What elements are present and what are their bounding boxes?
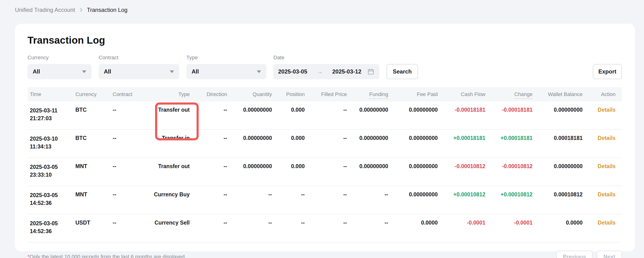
cell-change: -0.0001 [492,214,539,242]
cell-funding: -- [353,214,394,242]
cell-quantity: 0.00000000 [234,130,278,158]
cell-position: 0.000 [278,102,311,130]
col-header-change[interactable]: Change [492,87,539,102]
currency-filter: Currency All [28,54,92,79]
cell-time: 2025-03-1121:27:03 [28,102,73,130]
cell-contract: -- [110,158,154,186]
col-header-wallet-balance: Wallet Balance [539,87,589,102]
chevron-down-icon [82,70,86,73]
cell-time: 2025-03-0523:33:10 [28,158,73,186]
next-button[interactable]: Next [597,251,622,258]
col-header-action: Action [589,87,622,102]
breadcrumb-current: Transaction Log [87,7,128,13]
records-note: *Only the latest 10,000 records from the… [28,254,186,258]
cell-position: 0.000 [278,158,311,186]
currency-filter-label: Currency [28,54,92,61]
details-link[interactable]: Details [598,220,616,226]
chevron-down-icon [170,70,174,73]
cell-direction: -- [196,186,234,214]
type-select-value: All [192,68,199,75]
cell-quantity: -- [234,186,278,214]
cell-filled-price: -- [311,158,353,186]
previous-button[interactable]: Previous [556,251,592,258]
contract-select-value: All [104,68,111,75]
cell-currency: BTC [73,102,110,130]
cell-position: -- [278,214,311,242]
cell-currency: MNT [73,186,110,214]
type-select[interactable]: All [186,64,266,79]
cell-action: Details [589,214,622,242]
cell-contract: -- [110,130,154,158]
details-link[interactable]: Details [598,191,616,198]
cell-funding: -- [353,186,394,214]
col-header-fee-paid: Fee Paid [394,87,444,102]
cell-time: 2025-03-0514:52:36 [28,214,73,242]
cell-time: 2025-03-0514:52:36 [28,186,73,214]
col-header-type: Type [154,87,196,102]
date-start-value: 2025-03-05 [278,68,307,75]
cell-cash-flow: +0.00010812 [444,186,492,214]
cell-direction: -- [196,158,234,186]
cell-direction: -- [196,214,234,242]
cell-wallet-balance: 0.0000 [539,214,589,242]
cell-cash-flow: -0.00018181 [444,102,492,130]
breadcrumb-chevron-icon [78,7,84,12]
filter-bar: Currency All Contract All Type All [28,54,622,79]
currency-select[interactable]: All [28,64,92,79]
col-header-direction: Direction [196,87,234,102]
cell-direction: -- [196,102,234,130]
pagination: Previous Next [556,251,622,258]
details-link[interactable]: Details [598,135,616,141]
cell-fee-paid: 0.00000000 [394,102,444,130]
date-range-picker[interactable]: 2025-03-05 → 2025-03-12 [274,64,380,79]
cell-quantity: 0.00000000 [234,158,278,186]
transaction-table: Time Currency Contract Type Direction Qu… [28,87,622,242]
cell-time: 2025-03-1011:34:13 [28,130,73,158]
contract-filter: Contract All [99,54,179,79]
col-header-contract: Contract [110,87,154,102]
cell-direction: -- [196,130,234,158]
note-asterisk: * [28,254,30,258]
cell-quantity: 0.00000000 [234,102,278,130]
col-header-position: Position [278,87,311,102]
currency-select-value: All [33,68,40,75]
table-row: 2025-03-0514:52:36 MNT -- Currency Buy -… [28,186,622,214]
breadcrumb-parent-link[interactable]: Unified Trading Account [15,7,75,13]
cell-action: Details [589,158,622,186]
cell-wallet-balance: 0.00000000 [539,102,589,130]
cell-change: -0.00010812 [492,158,539,186]
col-header-funding[interactable]: Funding [353,87,394,102]
date-filter: Date 2025-03-05 → 2025-03-12 [274,54,380,79]
chevron-down-icon [257,70,261,73]
transaction-log-page: Unified Trading Account Transaction Log … [0,0,644,258]
type-filter-label: Type [186,54,266,61]
cell-position: -- [278,186,311,214]
note-text: Only the latest 10,000 records from the … [30,254,186,258]
contract-select[interactable]: All [99,64,179,79]
col-header-cash-flow: Cash Flow [444,87,492,102]
breadcrumb: Unified Trading Account Transaction Log [15,7,128,13]
cell-change: -0.00018181 [492,102,539,130]
cell-cash-flow: -0.00010812 [444,158,492,186]
cell-funding: 0.00000000 [353,102,394,130]
cell-fee-paid: 0.0000 [394,214,444,242]
cell-fee-paid: 0.00000000 [394,186,444,214]
cell-currency: USDT [73,214,110,242]
cell-cash-flow: -0.0001 [444,214,492,242]
details-link[interactable]: Details [598,107,616,113]
cell-action: Details [589,186,622,214]
table-row: 2025-03-0514:52:36 USDT -- Currency Sell… [28,214,622,242]
cell-action: Details [589,102,622,130]
col-header-time: Time [28,87,73,102]
cell-fee-paid: 0.00000000 [394,130,444,158]
search-button[interactable]: Search [386,64,418,79]
transaction-table-wrap: Time Currency Contract Type Direction Qu… [28,87,622,242]
cell-type: Currency Sell [154,214,196,242]
details-link[interactable]: Details [598,163,616,169]
page-title: Transaction Log [15,24,635,46]
cell-funding: 0.00000000 [353,130,394,158]
contract-filter-label: Contract [99,54,179,61]
export-button[interactable]: Export [593,64,622,79]
cell-currency: BTC [73,130,110,158]
type-filter: Type All [186,54,266,79]
